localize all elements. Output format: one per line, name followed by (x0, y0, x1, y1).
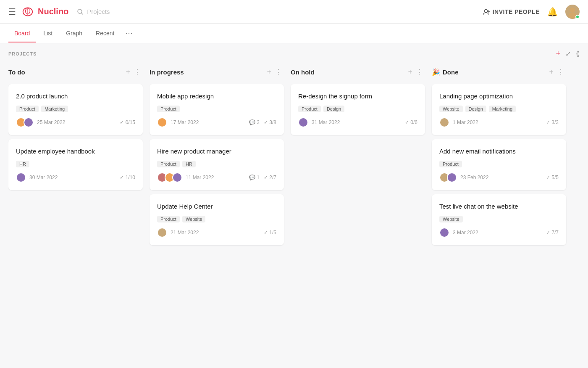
invite-people-button[interactable]: INVITE PEOPLE (483, 8, 540, 16)
header-right: INVITE PEOPLE 🔔 (483, 5, 580, 19)
tag-product: Product (157, 216, 180, 222)
avatar (157, 228, 167, 238)
avatar (172, 172, 182, 183)
card-tags: Product HR (157, 161, 276, 167)
tag-product: Product (16, 106, 39, 112)
column-todo-menu-icon[interactable]: ⋮ (132, 67, 143, 77)
card-product-launch[interactable]: 2.0 product launch Product Marketing 25 … (8, 84, 143, 135)
card-avatars (16, 117, 31, 127)
tab-recent[interactable]: Recent (90, 25, 120, 42)
avatar (157, 117, 167, 127)
card-footer: 17 Mar 2022 💬 3 ✓ 3/8 (157, 117, 276, 127)
card-avatars (439, 228, 447, 238)
tag-website: Website (182, 216, 206, 222)
card-employee-handbook[interactable]: Update employee handbook HR 30 Mar 2022 … (8, 139, 143, 190)
card-meta: 21 Mar 2022 (157, 228, 199, 238)
card-hire-product-manager[interactable]: Hire new product manager Product HR 11 M… (150, 139, 284, 190)
card-footer: 30 Mar 2022 ✓ 1/10 (16, 172, 135, 183)
card-title: Re-design the signup form (298, 92, 417, 101)
card-meta: 23 Feb 2022 (439, 172, 488, 183)
search-bar[interactable]: Projects (77, 8, 110, 15)
card-landing-page[interactable]: Landing page optimization Website Design… (432, 84, 566, 135)
add-card-inprogress-button[interactable]: + (265, 68, 273, 77)
column-header-onhold: On hold + ⋮ (291, 64, 425, 80)
card-live-chat[interactable]: Test live chat on the website Website 3 … (432, 194, 566, 245)
brain-icon (21, 5, 34, 19)
add-card-todo-button[interactable]: + (124, 68, 132, 77)
card-tags: Product Design (298, 106, 417, 112)
tag-hr: HR (182, 161, 196, 167)
card-stats: 💬 3 ✓ 3/8 (249, 119, 276, 125)
card-stats: ✓ 1/10 (120, 175, 135, 180)
tag-product: Product (157, 161, 180, 167)
add-card-onhold-button[interactable]: + (406, 68, 414, 77)
card-meta: 1 Mar 2022 (439, 117, 478, 127)
card-meta: 11 Mar 2022 (157, 172, 214, 183)
card-checklist: ✓ 7/7 (546, 230, 559, 236)
card-tags: HR (16, 161, 135, 167)
card-footer: 25 Mar 2022 ✓ 0/15 (16, 117, 135, 127)
card-email-notifications[interactable]: Add new email notifications Product 23 F… (432, 139, 566, 190)
card-avatars (157, 117, 165, 127)
card-date: 23 Feb 2022 (460, 175, 488, 180)
card-checklist: ✓ 3/8 (264, 119, 276, 125)
tab-navigation: Board List Graph Recent ⋯ (0, 24, 588, 43)
avatar (298, 117, 308, 127)
hamburger-icon[interactable]: ☰ (8, 7, 16, 17)
card-stats: ✓ 0/6 (405, 119, 417, 125)
column-done-menu-icon[interactable]: ⋮ (555, 67, 566, 77)
collapse-columns-icon[interactable]: ⟪ (576, 50, 580, 58)
done-icon: 🎉 (432, 68, 440, 76)
board-header: PROJECTS + ⤢ ⟪ (0, 43, 588, 64)
expand-icon[interactable]: ⤢ (565, 50, 571, 58)
search-icon (77, 8, 84, 15)
card-title: Hire new product manager (157, 147, 276, 156)
card-checklist: ✓ 1/5 (264, 230, 276, 236)
card-comments: 💬 3 (249, 119, 260, 125)
card-meta: 17 Mar 2022 (157, 117, 199, 127)
card-avatars (298, 117, 306, 127)
card-meta: 25 Mar 2022 (16, 117, 65, 127)
tab-board[interactable]: Board (8, 25, 36, 42)
column-onhold-menu-icon[interactable]: ⋮ (414, 67, 425, 77)
card-meta: 30 Mar 2022 (16, 172, 58, 183)
card-avatars (157, 172, 180, 183)
svg-line-2 (81, 13, 83, 14)
notification-bell-icon[interactable]: 🔔 (547, 7, 558, 17)
card-footer: 21 Mar 2022 ✓ 1/5 (157, 228, 276, 238)
card-stats: ✓ 1/5 (264, 230, 276, 236)
tab-graph[interactable]: Graph (60, 25, 88, 42)
kanban-board: To do + ⋮ 2.0 product launch Product Mar… (0, 64, 588, 365)
tab-list[interactable]: List (37, 25, 58, 42)
card-tags: Product (439, 161, 559, 167)
card-update-help-center[interactable]: Update Help Center Product Website 21 Ma… (150, 194, 284, 245)
logo-text: Nuclino (38, 7, 68, 16)
online-status-dot (575, 15, 580, 19)
card-stats: ✓ 7/7 (546, 230, 559, 236)
card-checklist: ✓ 1/10 (120, 175, 135, 180)
card-meta: 31 Mar 2022 (298, 117, 340, 127)
card-date: 11 Mar 2022 (186, 175, 214, 180)
app-header: ☰ Nuclino Projects INVITE PEOPLE 🔔 (0, 0, 588, 24)
user-avatar[interactable] (565, 5, 580, 19)
column-title-done: Done (443, 69, 547, 76)
card-checklist: ✓ 2/7 (264, 175, 276, 180)
card-date: 3 Mar 2022 (453, 230, 478, 236)
board-header-actions: + ⤢ ⟪ (556, 49, 580, 58)
avatar (439, 117, 449, 127)
logo[interactable]: Nuclino (21, 5, 68, 19)
search-placeholder: Projects (87, 8, 110, 15)
column-onhold: On hold + ⋮ Re-design the signup form Pr… (291, 64, 425, 356)
column-inprogress-menu-icon[interactable]: ⋮ (273, 67, 284, 77)
column-todo: To do + ⋮ 2.0 product launch Product Mar… (8, 64, 143, 356)
add-card-done-button[interactable]: + (547, 68, 555, 77)
column-header-todo: To do + ⋮ (8, 64, 143, 80)
column-inprogress: In progress + ⋮ Mobile app redesign Prod… (150, 64, 284, 356)
card-mobile-redesign[interactable]: Mobile app redesign Product 17 Mar 2022 … (150, 84, 284, 135)
card-footer: 31 Mar 2022 ✓ 0/6 (298, 117, 417, 127)
add-column-button[interactable]: + (556, 49, 560, 58)
card-footer: 1 Mar 2022 ✓ 3/3 (439, 117, 559, 127)
tab-more-icon[interactable]: ⋯ (122, 24, 136, 43)
card-signup-form[interactable]: Re-design the signup form Product Design… (291, 84, 425, 135)
card-comments: 💬 1 (249, 175, 260, 180)
